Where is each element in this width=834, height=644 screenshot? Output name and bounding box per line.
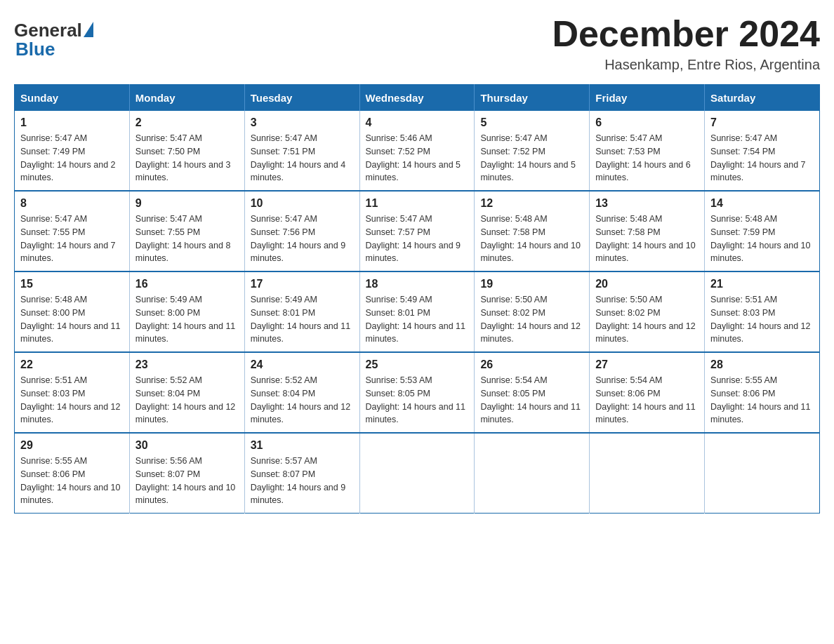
day-info: Sunrise: 5:47 AMSunset: 7:49 PMDaylight:… [20,132,124,185]
calendar-header-tuesday: Tuesday [244,85,359,112]
calendar-cell: 3 Sunrise: 5:47 AMSunset: 7:51 PMDayligh… [244,111,359,191]
day-info: Sunrise: 5:47 AMSunset: 7:56 PMDaylight:… [251,213,354,265]
day-info: Sunrise: 5:47 AMSunset: 7:54 PMDaylight:… [710,132,814,185]
day-number: 11 [366,197,469,210]
day-number: 13 [595,197,699,210]
calendar-cell: 29 Sunrise: 5:55 AMSunset: 8:06 PMDaylig… [15,433,130,514]
day-number: 14 [710,197,814,210]
calendar-cell: 6 Sunrise: 5:47 AMSunset: 7:53 PMDayligh… [590,111,705,191]
day-info: Sunrise: 5:48 AMSunset: 7:59 PMDaylight:… [710,213,814,265]
day-info: Sunrise: 5:47 AMSunset: 7:52 PMDaylight:… [480,132,583,185]
day-number: 2 [135,116,239,129]
calendar-cell: 30 Sunrise: 5:56 AMSunset: 8:07 PMDaylig… [129,433,244,514]
day-info: Sunrise: 5:47 AMSunset: 7:55 PMDaylight:… [20,213,124,265]
day-number: 24 [251,358,354,371]
day-number: 31 [251,439,354,452]
day-number: 7 [710,116,814,129]
title-area: December 2024 Hasenkamp, Entre Rios, Arg… [552,14,820,73]
day-info: Sunrise: 5:55 AMSunset: 8:06 PMDaylight:… [710,374,814,427]
logo-triangle-icon [84,22,93,37]
day-number: 21 [710,278,814,290]
day-number: 9 [135,197,239,210]
calendar-cell: 20 Sunrise: 5:50 AMSunset: 8:02 PMDaylig… [590,271,705,352]
day-number: 27 [595,358,699,371]
calendar-cell: 11 Sunrise: 5:47 AMSunset: 7:57 PMDaylig… [359,191,475,271]
day-number: 18 [366,278,469,290]
calendar-cell: 24 Sunrise: 5:52 AMSunset: 8:04 PMDaylig… [244,352,359,433]
day-info: Sunrise: 5:46 AMSunset: 7:52 PMDaylight:… [366,132,469,185]
day-info: Sunrise: 5:57 AMSunset: 8:07 PMDaylight:… [251,455,354,507]
calendar-header-friday: Friday [590,85,705,112]
day-number: 6 [595,116,699,129]
day-number: 12 [480,197,583,210]
day-info: Sunrise: 5:47 AMSunset: 7:50 PMDaylight:… [135,132,239,185]
day-info: Sunrise: 5:47 AMSunset: 7:57 PMDaylight:… [366,213,469,265]
day-info: Sunrise: 5:54 AMSunset: 8:05 PMDaylight:… [480,374,583,427]
calendar-cell: 17 Sunrise: 5:49 AMSunset: 8:01 PMDaylig… [244,271,359,352]
calendar-header-monday: Monday [129,85,244,112]
day-number: 19 [480,278,583,290]
day-number: 29 [20,439,124,452]
day-info: Sunrise: 5:47 AMSunset: 7:55 PMDaylight:… [135,213,239,265]
day-info: Sunrise: 5:55 AMSunset: 8:06 PMDaylight:… [20,455,124,507]
calendar-body: 1 Sunrise: 5:47 AMSunset: 7:49 PMDayligh… [15,111,820,514]
day-number: 20 [595,278,699,290]
day-info: Sunrise: 5:50 AMSunset: 8:02 PMDaylight:… [595,293,699,346]
day-info: Sunrise: 5:50 AMSunset: 8:02 PMDaylight:… [480,293,583,346]
calendar-cell: 26 Sunrise: 5:54 AMSunset: 8:05 PMDaylig… [475,352,590,433]
day-number: 17 [251,278,354,290]
day-info: Sunrise: 5:49 AMSunset: 8:01 PMDaylight:… [251,293,354,346]
day-number: 1 [20,116,124,129]
calendar-header-wednesday: Wednesday [359,85,475,112]
calendar-cell: 14 Sunrise: 5:48 AMSunset: 7:59 PMDaylig… [705,191,820,271]
calendar-cell: 15 Sunrise: 5:48 AMSunset: 8:00 PMDaylig… [15,271,130,352]
day-number: 25 [366,358,469,371]
calendar-cell: 19 Sunrise: 5:50 AMSunset: 8:02 PMDaylig… [475,271,590,352]
day-info: Sunrise: 5:56 AMSunset: 8:07 PMDaylight:… [135,455,239,507]
day-info: Sunrise: 5:52 AMSunset: 8:04 PMDaylight:… [251,374,354,427]
day-info: Sunrise: 5:48 AMSunset: 7:58 PMDaylight:… [595,213,699,265]
day-number: 26 [480,358,583,371]
day-number: 28 [710,358,814,371]
calendar-week-row: 8 Sunrise: 5:47 AMSunset: 7:55 PMDayligh… [15,191,820,271]
day-info: Sunrise: 5:51 AMSunset: 8:03 PMDaylight:… [710,293,814,346]
main-title: December 2024 [552,14,820,54]
calendar-week-row: 15 Sunrise: 5:48 AMSunset: 8:00 PMDaylig… [15,271,820,352]
day-number: 10 [251,197,354,210]
calendar-cell: 25 Sunrise: 5:53 AMSunset: 8:05 PMDaylig… [359,352,475,433]
calendar-cell: 16 Sunrise: 5:49 AMSunset: 8:00 PMDaylig… [129,271,244,352]
day-info: Sunrise: 5:47 AMSunset: 7:51 PMDaylight:… [251,132,354,185]
calendar-week-row: 29 Sunrise: 5:55 AMSunset: 8:06 PMDaylig… [15,433,820,514]
calendar-cell: 4 Sunrise: 5:46 AMSunset: 7:52 PMDayligh… [359,111,475,191]
calendar-cell: 8 Sunrise: 5:47 AMSunset: 7:55 PMDayligh… [15,191,130,271]
calendar-cell: 27 Sunrise: 5:54 AMSunset: 8:06 PMDaylig… [590,352,705,433]
day-number: 22 [20,358,124,371]
calendar-cell: 21 Sunrise: 5:51 AMSunset: 8:03 PMDaylig… [705,271,820,352]
logo: General Blue [14,14,93,60]
calendar-cell: 1 Sunrise: 5:47 AMSunset: 7:49 PMDayligh… [15,111,130,191]
day-number: 30 [135,439,239,452]
day-info: Sunrise: 5:51 AMSunset: 8:03 PMDaylight:… [20,374,124,427]
calendar-cell: 2 Sunrise: 5:47 AMSunset: 7:50 PMDayligh… [129,111,244,191]
calendar-cell: 31 Sunrise: 5:57 AMSunset: 8:07 PMDaylig… [244,433,359,514]
day-info: Sunrise: 5:53 AMSunset: 8:05 PMDaylight:… [366,374,469,427]
day-info: Sunrise: 5:48 AMSunset: 8:00 PMDaylight:… [20,293,124,346]
day-info: Sunrise: 5:49 AMSunset: 8:01 PMDaylight:… [366,293,469,346]
day-info: Sunrise: 5:47 AMSunset: 7:53 PMDaylight:… [595,132,699,185]
calendar-week-row: 1 Sunrise: 5:47 AMSunset: 7:49 PMDayligh… [15,111,820,191]
day-info: Sunrise: 5:54 AMSunset: 8:06 PMDaylight:… [595,374,699,427]
header: General Blue December 2024 Hasenkamp, En… [14,14,820,73]
day-info: Sunrise: 5:49 AMSunset: 8:00 PMDaylight:… [135,293,239,346]
day-number: 5 [480,116,583,129]
calendar-cell [590,433,705,514]
day-number: 3 [251,116,354,129]
calendar-cell [705,433,820,514]
calendar-cell: 22 Sunrise: 5:51 AMSunset: 8:03 PMDaylig… [15,352,130,433]
day-number: 16 [135,278,239,290]
calendar-cell: 28 Sunrise: 5:55 AMSunset: 8:06 PMDaylig… [705,352,820,433]
calendar-cell [475,433,590,514]
calendar-cell: 10 Sunrise: 5:47 AMSunset: 7:56 PMDaylig… [244,191,359,271]
day-info: Sunrise: 5:52 AMSunset: 8:04 PMDaylight:… [135,374,239,427]
calendar-cell: 12 Sunrise: 5:48 AMSunset: 7:58 PMDaylig… [475,191,590,271]
calendar-week-row: 22 Sunrise: 5:51 AMSunset: 8:03 PMDaylig… [15,352,820,433]
